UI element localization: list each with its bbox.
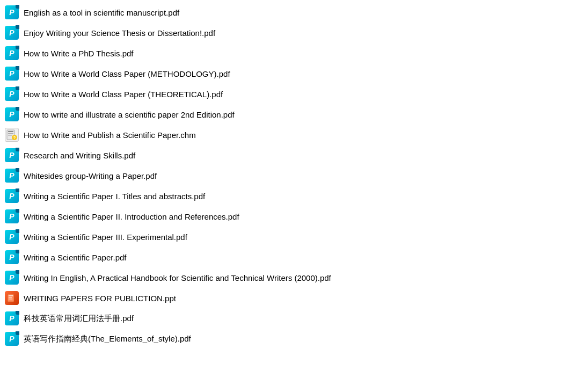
file-name: How to Write a World Class Paper (THEORE… <box>24 90 223 99</box>
pdf-icon: P <box>4 331 19 346</box>
list-item[interactable]: P English as a tool in scientific manusc… <box>0 2 569 23</box>
file-name: 科技英语常用词汇用法手册.pdf <box>24 314 134 324</box>
file-name: How to Write a World Class Paper (METHOD… <box>24 69 230 78</box>
pdf-icon: P <box>4 311 19 326</box>
svg-rect-6 <box>9 297 12 298</box>
file-name: How to write and illustrate a scientific… <box>24 110 235 119</box>
list-item[interactable]: P Writing a Scientific Paper II. Introdu… <box>0 206 569 227</box>
list-item[interactable]: P Writing In English, A Practical Handbo… <box>0 267 569 288</box>
list-item[interactable]: P 科技英语常用词汇用法手册.pdf <box>0 308 569 329</box>
list-item[interactable]: P How to write and illustrate a scientif… <box>0 104 569 125</box>
list-item[interactable]: P How to Write a PhD Thesis.pdf <box>0 43 569 63</box>
file-name: How to Write a PhD Thesis.pdf <box>24 49 134 58</box>
pdf-icon: P <box>4 168 19 183</box>
file-name: Research and Writing Skills.pdf <box>24 151 135 160</box>
list-item[interactable]: P Writing a Scientific Paper III. Experi… <box>0 227 569 247</box>
svg-rect-3 <box>8 135 12 136</box>
pdf-icon: P <box>4 25 19 40</box>
pdf-icon: P <box>4 250 19 265</box>
pdf-icon: P <box>4 209 19 224</box>
pdf-icon: P <box>4 46 19 61</box>
list-item[interactable]: P Writing a Scientific Paper.pdf <box>0 247 569 267</box>
pdf-icon: P <box>4 188 19 204</box>
pdf-icon: P <box>4 107 19 122</box>
pdf-icon: P <box>4 66 19 81</box>
pdf-icon: P <box>4 229 19 244</box>
file-name: 英语写作指南经典(The_Elements_of_style).pdf <box>24 334 191 344</box>
file-name: How to Write and Publish a Scientific Pa… <box>24 130 196 140</box>
file-name: Writing a Scientific Paper II. Introduct… <box>24 212 239 221</box>
file-name: Whitesides group-Writing a Paper.pdf <box>24 171 157 180</box>
list-item[interactable]: P Enjoy Writing your Science Thesis or D… <box>0 23 569 43</box>
file-name: Enjoy Writing your Science Thesis or Dis… <box>24 28 215 38</box>
file-name: Writing a Scientific Paper III. Experime… <box>24 233 187 242</box>
list-item[interactable]: P 英语写作指南经典(The_Elements_of_style).pdf <box>0 329 569 349</box>
list-item[interactable]: P Research and Writing Skills.pdf <box>0 145 569 165</box>
file-name: Writing a Scientific Paper I. Titles and… <box>24 192 205 201</box>
file-name: Writing a Scientific Paper.pdf <box>24 253 126 262</box>
file-name: Writing In English, A Practical Handbook… <box>24 273 331 282</box>
pdf-icon: P <box>4 270 19 285</box>
svg-rect-7 <box>9 299 12 300</box>
pdf-icon: P <box>4 148 19 163</box>
list-item[interactable]: P How to Write a World Class Paper (METH… <box>0 63 569 84</box>
ppt-icon <box>4 291 19 306</box>
list-item[interactable]: P Writing a Scientific Paper I. Titles a… <box>0 186 569 206</box>
chm-icon: ? <box>4 127 19 142</box>
list-item[interactable]: ? How to Write and Publish a Scientific … <box>0 125 569 145</box>
file-list: P English as a tool in scientific manusc… <box>0 0 569 351</box>
list-item[interactable]: P How to Write a World Class Paper (THEO… <box>0 84 569 104</box>
list-item[interactable]: WRITING PAPERS FOR PUBLICTION.ppt <box>0 288 569 308</box>
file-name: WRITING PAPERS FOR PUBLICTION.ppt <box>24 294 176 303</box>
list-item[interactable]: P Whitesides group-Writing a Paper.pdf <box>0 165 569 186</box>
pdf-icon: P <box>4 5 19 20</box>
svg-rect-5 <box>9 295 13 296</box>
pdf-icon: P <box>4 86 19 101</box>
svg-rect-2 <box>8 133 13 134</box>
svg-rect-1 <box>8 131 13 132</box>
file-name: English as a tool in scientific manuscri… <box>24 8 179 17</box>
